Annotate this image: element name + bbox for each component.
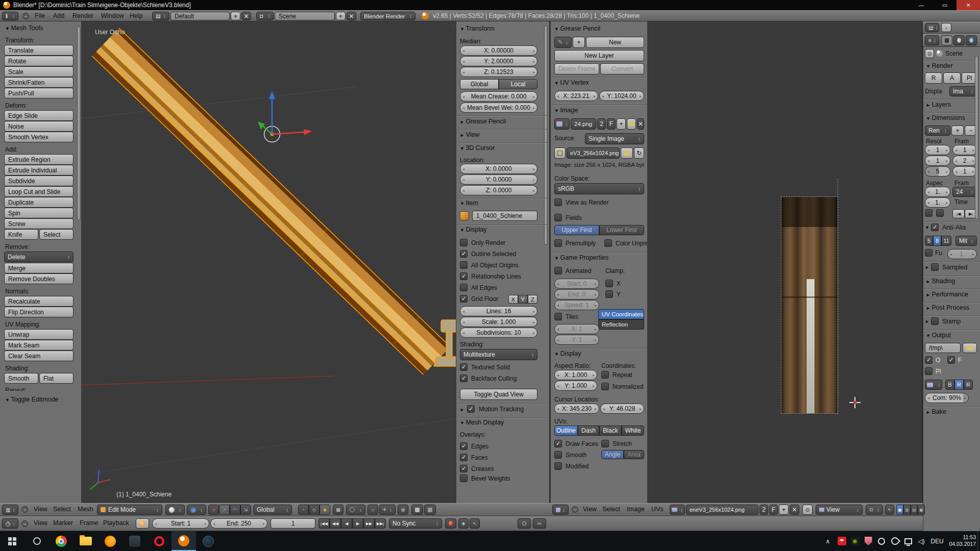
- faces-checkbox[interactable]: [460, 454, 468, 461]
- repeat-checkbox[interactable]: [601, 371, 609, 379]
- taskbar-opera[interactable]: [147, 531, 172, 551]
- render-section[interactable]: Render: [926, 62, 952, 69]
- image-unlink-button[interactable]: ✕: [637, 118, 644, 130]
- noise-button[interactable]: Noise: [4, 121, 74, 132]
- rotate-button[interactable]: Rotate: [4, 56, 74, 66]
- next-keyframe-button[interactable]: ▶▶: [363, 518, 375, 529]
- taskbar-explorer[interactable]: [74, 531, 98, 551]
- fps-select[interactable]: 24: [952, 187, 977, 197]
- aspect-x-field[interactable]: X: 1.000: [554, 370, 597, 380]
- clamp-y-checkbox[interactable]: [605, 290, 613, 298]
- image-section[interactable]: Image: [554, 107, 578, 114]
- extrude-region-button[interactable]: Extrude Region: [4, 154, 74, 165]
- menu-file[interactable]: File: [35, 12, 45, 19]
- fields-checkbox[interactable]: [554, 214, 562, 221]
- lower-first-toggle[interactable]: Lower First: [599, 225, 644, 235]
- aspect-y[interactable]: 1.: [925, 197, 950, 208]
- timeline-menu-marker[interactable]: Marker: [53, 519, 73, 527]
- snap-toggle[interactable]: ∩: [368, 505, 378, 515]
- render-image-button[interactable]: R: [925, 72, 942, 84]
- maximize-button[interactable]: ▭: [933, 0, 957, 10]
- uv-dash-toggle[interactable]: Dash: [578, 425, 599, 436]
- delete-keyframe-button[interactable]: ✂: [533, 518, 546, 529]
- aa-arrow[interactable]: ▼: [925, 225, 929, 230]
- extrude-individual-button[interactable]: Extrude Individual: [4, 165, 74, 176]
- view-section[interactable]: View: [460, 131, 479, 138]
- border-checkbox[interactable]: [925, 209, 933, 217]
- gp-section[interactable]: Grease Pencil: [554, 25, 600, 32]
- flip-direction-button[interactable]: Flip Direction: [4, 307, 74, 317]
- tool-shelf-scrollbar[interactable]: [77, 27, 81, 220]
- tray-satellite[interactable]: [888, 531, 901, 551]
- grease-pencil-section[interactable]: Grease Pencil: [460, 118, 506, 125]
- loop-cut-button[interactable]: Loop Cut and Slide: [4, 186, 74, 197]
- gp-pencil-dropdown[interactable]: ✎: [554, 37, 572, 48]
- tray-network[interactable]: [901, 531, 915, 551]
- timeline-menu-view[interactable]: View: [34, 519, 47, 527]
- snap-target-button[interactable]: ⊕: [398, 505, 408, 515]
- menu-help[interactable]: Help: [130, 12, 143, 19]
- translate-button[interactable]: Translate: [4, 45, 74, 56]
- output-path-field[interactable]: /tmp\: [925, 343, 961, 353]
- display-select[interactable]: Ima: [949, 86, 977, 96]
- grid-scale-field[interactable]: Scale: 1.000: [460, 317, 537, 327]
- texture-image[interactable]: [781, 197, 838, 413]
- clear-seam-button[interactable]: Clear Seam: [4, 350, 74, 361]
- draw-faces-checkbox[interactable]: [554, 440, 562, 447]
- taskbar-app-dark[interactable]: [122, 531, 147, 551]
- stretch-area-toggle[interactable]: Area: [624, 450, 644, 459]
- aspect-y-field[interactable]: Y: 1.000: [554, 381, 597, 391]
- uv-select-edge-mode[interactable]: ▥: [903, 505, 911, 515]
- play-reverse-button[interactable]: ◀: [341, 518, 352, 529]
- antialias-checkbox[interactable]: [931, 223, 939, 231]
- filter-size-field[interactable]: 1.: [947, 249, 977, 259]
- stretch-angle-toggle[interactable]: Angle: [601, 450, 624, 459]
- menu-window[interactable]: Window: [101, 12, 124, 19]
- tab-render-layers[interactable]: [953, 35, 965, 45]
- anim-speed-field[interactable]: Speed: 1: [554, 300, 599, 310]
- aa-samples-5[interactable]: 5: [925, 236, 933, 246]
- orientation-select[interactable]: Global: [253, 505, 292, 515]
- grid-lines-field[interactable]: Lines: 16: [460, 306, 537, 316]
- viewport-shading-select[interactable]: [165, 505, 185, 515]
- taskbar-blender-active[interactable]: [172, 531, 196, 551]
- uv-editor-type[interactable]: [552, 505, 569, 515]
- jump-end-button[interactable]: ▶▶|: [375, 518, 386, 529]
- uv-image-new[interactable]: +: [779, 505, 789, 515]
- edges-checkbox[interactable]: [460, 442, 468, 450]
- output-section[interactable]: Output: [926, 332, 951, 339]
- display-section[interactable]: Display: [460, 226, 486, 233]
- mapping-uv-coordinates[interactable]: UV Coordinates: [598, 309, 644, 319]
- uv-collapse-icon[interactable]: –: [572, 506, 578, 513]
- subdivide-button[interactable]: Subdivide: [4, 176, 74, 186]
- duplicate-button[interactable]: Duplicate: [4, 197, 74, 208]
- median-x-field[interactable]: X: 0.00000: [460, 45, 537, 56]
- file-ext-checkbox[interactable]: [947, 356, 955, 364]
- res-percent-slider[interactable]: 5: [925, 166, 950, 177]
- toggle-quad-view-button[interactable]: Toggle Quad View: [460, 389, 537, 400]
- record-button[interactable]: [445, 518, 456, 529]
- uv-image-fake[interactable]: F: [769, 505, 778, 515]
- cursor-y-field[interactable]: Y: 0.0000: [460, 174, 537, 185]
- filepath-open-button[interactable]: [621, 147, 633, 159]
- menu-render[interactable]: Render: [72, 12, 93, 19]
- mean-bevel-field[interactable]: Mean Bevel Wei: 0.000: [460, 103, 537, 113]
- timeline-menu-playback[interactable]: Playback: [103, 519, 129, 527]
- game-properties-section[interactable]: Game Properties: [554, 254, 608, 261]
- gp-delete-frame-button[interactable]: Delete Frame: [554, 63, 599, 74]
- mark-seam-button[interactable]: Mark Seam: [4, 340, 74, 350]
- cursor-z-field[interactable]: Z: 0.0000: [460, 185, 537, 195]
- insert-keyframe-button[interactable]: [518, 518, 531, 529]
- tray-volume[interactable]: ◁): [915, 531, 928, 551]
- item-name-field[interactable]: 1_0400_Schiene: [472, 211, 537, 221]
- cortana-search-button[interactable]: [24, 531, 49, 551]
- smooth-checkbox[interactable]: [554, 451, 562, 459]
- image-users-button[interactable]: 2: [597, 118, 606, 130]
- smooth-button[interactable]: Smooth: [4, 373, 38, 384]
- preset-add-button[interactable]: +: [951, 126, 964, 136]
- post-process-section[interactable]: Post Process: [926, 304, 969, 311]
- filepath-icon-button[interactable]: [554, 147, 566, 159]
- knife-button[interactable]: Knife: [4, 229, 38, 240]
- uv-white-toggle[interactable]: White: [622, 425, 644, 436]
- mean-crease-field[interactable]: Mean Crease: 0.000: [460, 91, 537, 102]
